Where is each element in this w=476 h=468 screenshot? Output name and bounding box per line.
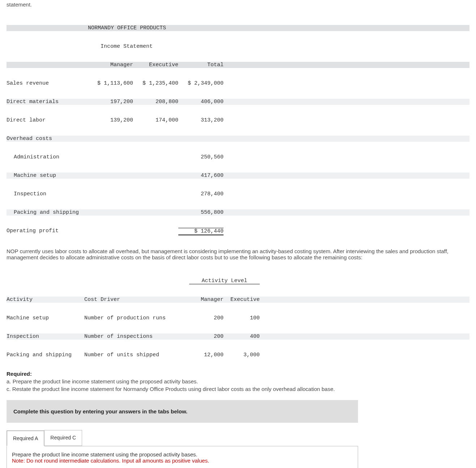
income-statement: NORMANDY OFFICE PRODUCTS Income Statemen…: [7, 13, 469, 242]
cell: 12,000: [189, 352, 224, 358]
intro-fragment: statement.: [7, 1, 469, 8]
activity-level-header: Activity Level: [189, 278, 260, 284]
row-label: Machine setup: [7, 173, 88, 179]
cell: 208,800: [133, 99, 178, 105]
row-label: Sales revenue: [7, 80, 88, 86]
col-manager: Manager: [189, 297, 224, 303]
row-label: Direct materials: [7, 99, 88, 105]
cell: $ 1,235,400: [133, 80, 178, 86]
cell: 278,400: [178, 191, 224, 197]
cell: $ 2,349,000: [178, 80, 224, 86]
income-title: NORMANDY OFFICE PRODUCTS: [88, 25, 224, 31]
cell: 3,000: [224, 352, 260, 358]
tab-required-c[interactable]: Required C: [44, 430, 82, 446]
required-c: c. Restate the product line income state…: [7, 386, 335, 392]
col-executive: Executive: [224, 297, 260, 303]
row-label: Inspection: [7, 191, 88, 197]
income-subtitle: Income Statement: [88, 43, 224, 50]
instruction-band: Complete this question by entering your …: [7, 400, 358, 423]
cell: 406,000: [178, 99, 224, 105]
row-label: Administration: [7, 154, 88, 160]
cell: 417,600: [178, 173, 224, 179]
row-label: Packing and shipping: [7, 209, 88, 216]
cell: $ 126,440: [178, 228, 224, 235]
col-driver: Cost Driver: [84, 297, 189, 303]
col-total: Total: [178, 62, 224, 68]
cell: 174,000: [133, 117, 178, 123]
cell: 400: [224, 333, 260, 340]
row-label: Operating profit: [7, 228, 88, 235]
col-executive: Executive: [133, 62, 178, 68]
tab-required-a[interactable]: Required A: [7, 430, 44, 446]
row-label: Overhead costs: [7, 136, 88, 142]
cell: Number of units shipped: [84, 352, 189, 358]
answer-region: Complete this question by entering your …: [7, 400, 358, 468]
cell: 250,560: [178, 154, 224, 160]
cell: Machine setup: [7, 315, 84, 321]
tab-row: Required A Required C: [7, 430, 358, 446]
cell: 100: [224, 315, 260, 321]
cell: Number of inspections: [84, 333, 189, 340]
cell: 313,200: [178, 117, 224, 123]
cell: Inspection: [7, 333, 84, 340]
required-block: Required: a. Prepare the product line in…: [7, 371, 469, 392]
tab-note: Note: Do not round intermediate calculat…: [12, 458, 353, 464]
tab-body: Prepare the product line income statemen…: [7, 446, 358, 468]
cell: 197,200: [88, 99, 133, 105]
cell: 556,800: [178, 209, 224, 216]
row-label: Direct labor: [7, 117, 88, 123]
cell: 200: [189, 315, 224, 321]
required-title: Required:: [7, 371, 32, 377]
col-manager: Manager: [88, 62, 133, 68]
activity-table: Activity Level Activity Cost Driver Mana…: [7, 265, 469, 364]
col-activity: Activity: [7, 297, 84, 303]
required-a: a. Prepare the product line income state…: [7, 378, 198, 384]
tab-prompt: Prepare the product line income statemen…: [12, 451, 353, 458]
cell: 139,200: [88, 117, 133, 123]
paragraph: NOP currently uses labor costs to alloca…: [7, 248, 462, 260]
cell: $ 1,113,600: [88, 80, 133, 86]
cell: Number of production runs: [84, 315, 189, 321]
cell: Packing and shipping: [7, 352, 84, 358]
cell: 200: [189, 333, 224, 340]
